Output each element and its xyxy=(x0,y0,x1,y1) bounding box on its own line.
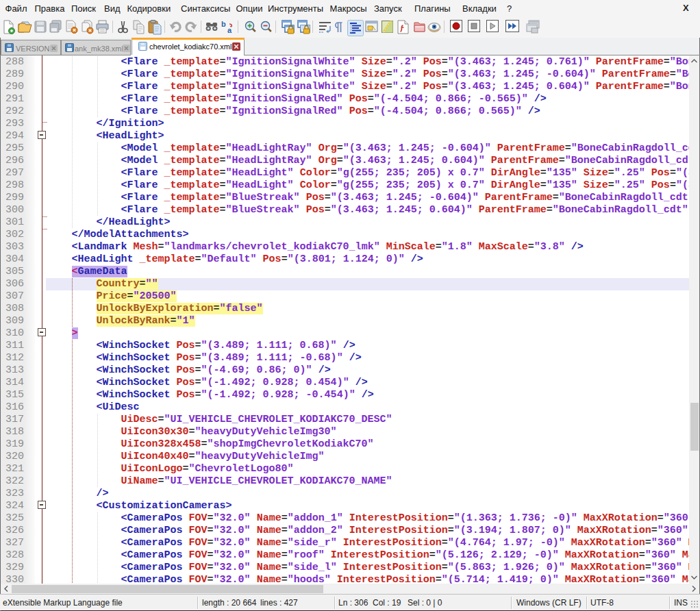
svg-text:b: b xyxy=(221,20,226,28)
svg-text:a: a xyxy=(227,26,232,34)
